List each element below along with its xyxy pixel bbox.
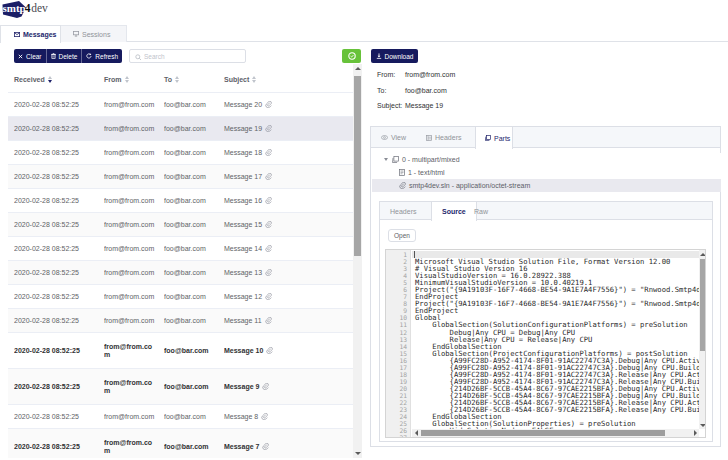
code-scroll-up-arrow-icon[interactable]	[699, 250, 706, 258]
cell-received: 2020-02-28 08:52:25	[14, 189, 102, 212]
clear-button[interactable]: Clear	[14, 49, 46, 63]
column-header-subject[interactable]: Subject	[224, 66, 350, 93]
messages-table-header: Received From To Subject	[8, 66, 353, 93]
parts-tree: 0 - multipart/mixed1 - text/htmlsmtp4dev…	[372, 153, 721, 192]
message-row[interactable]: 2020-02-28 08:52:25from@from.comfoo@bar.…	[8, 213, 353, 237]
x-icon	[18, 54, 23, 59]
paperclip-icon	[262, 383, 269, 390]
message-row[interactable]: 2020-02-28 08:52:25from@from.comfoo@bar.…	[8, 429, 353, 458]
paperclip-icon	[265, 269, 272, 276]
main-tabbar: Messages Sessions	[0, 25, 728, 42]
open-button[interactable]: Open	[388, 229, 416, 242]
code-area[interactable]: Microsoft Visual Studio Solution File, F…	[412, 250, 699, 430]
message-view-card: View Headers Parts 0 - multipart/mixed1 …	[370, 126, 721, 447]
tab-part-raw[interactable]: Raw	[464, 202, 498, 220]
message-row[interactable]: 2020-02-28 08:52:25from@from.comfoo@bar.…	[8, 165, 353, 189]
message-row[interactable]: 2020-02-28 08:52:25from@from.comfoo@bar.…	[8, 369, 353, 405]
search-box	[129, 49, 246, 63]
message-row[interactable]: 2020-02-28 08:52:25from@from.comfoo@bar.…	[8, 261, 353, 285]
message-row[interactable]: 2020-02-28 08:52:25from@from.comfoo@bar.…	[8, 333, 353, 369]
tab-part-source-label: Source	[442, 208, 466, 215]
tree-node-label: 1 - text/html	[408, 169, 445, 176]
message-row[interactable]: 2020-02-28 08:52:25from@from.comfoo@bar.…	[8, 405, 353, 429]
cell-to: foo@bar.com	[164, 141, 222, 164]
code-vscrollbar-thumb[interactable]	[700, 259, 706, 351]
sort-icon-to	[175, 76, 179, 83]
code-scroll-right-arrow-icon[interactable]	[691, 429, 699, 437]
tab-messages[interactable]: Messages	[0, 25, 61, 43]
tab-parts-label: Parts	[494, 135, 510, 142]
search-input[interactable]	[144, 50, 242, 62]
message-row[interactable]: 2020-02-28 08:52:25from@from.comfoo@bar.…	[8, 117, 353, 141]
code-vertical-scrollbar[interactable]	[699, 250, 706, 429]
message-row[interactable]: 2020-02-28 08:52:25from@from.comfoo@bar.…	[8, 141, 353, 165]
clear-button-label: Clear	[26, 53, 42, 60]
message-row[interactable]: 2020-02-28 08:52:25from@from.comfoo@bar.…	[8, 309, 353, 333]
cell-subject: Message 15	[224, 213, 350, 236]
smtp4dev-app: smtp 4 dev Messages Sessions	[0, 0, 728, 460]
scroll-down-arrow-icon[interactable]	[353, 449, 362, 458]
cell-from: from@from.com	[104, 429, 160, 458]
tab-part-headers-label: Headers	[390, 208, 416, 215]
tree-node[interactable]: 1 - text/html	[372, 166, 721, 179]
app-logo[interactable]: smtp 4 dev	[0, 0, 60, 26]
tab-part-headers[interactable]: Headers	[380, 202, 426, 220]
tab-sessions-label: Sessions	[82, 31, 110, 38]
from-label: From:	[377, 71, 405, 78]
message-row[interactable]: 2020-02-28 08:52:25from@from.comfoo@bar.…	[8, 189, 353, 213]
cell-from: from@from.com	[104, 285, 160, 308]
top-navbar: smtp 4 dev	[0, 0, 728, 25]
column-header-received[interactable]: Received	[14, 66, 102, 93]
cell-to: foo@bar.com	[164, 285, 222, 308]
cell-subject: Message 20	[224, 93, 350, 116]
column-header-to[interactable]: To	[164, 66, 222, 93]
cell-subject: Message 7	[224, 429, 350, 458]
cell-from: from@from.com	[104, 261, 160, 284]
scroll-up-arrow-icon[interactable]	[353, 64, 362, 73]
line-number-gutter: 1234567891011121314151617181920212223242…	[386, 250, 411, 437]
code-scroll-down-arrow-icon[interactable]	[699, 421, 706, 429]
messages-table-scrollbar[interactable]	[353, 64, 362, 458]
refresh-button[interactable]: Refresh	[81, 49, 122, 63]
paperclip-icon	[265, 173, 272, 180]
cell-to: foo@bar.com	[164, 405, 222, 428]
part-detail-tabbar: Headers Source Raw	[380, 202, 712, 220]
tab-messages-label: Messages	[23, 31, 56, 38]
caret-down-icon[interactable]	[384, 158, 388, 161]
tab-parts[interactable]: Parts	[475, 127, 513, 149]
code-scroll-left-arrow-icon[interactable]	[412, 429, 420, 437]
tab-view[interactable]: View	[371, 127, 406, 148]
cell-received: 2020-02-28 08:52:25	[14, 261, 102, 284]
cell-subject: Message 19	[224, 117, 350, 140]
cell-from: from@from.com	[104, 213, 160, 236]
tab-headers[interactable]: Headers	[416, 127, 461, 148]
code-horizontal-scrollbar[interactable]	[412, 429, 699, 437]
refresh-icon	[86, 53, 92, 59]
messages-table-scrollbar-thumb[interactable]	[354, 76, 361, 256]
cell-to: foo@bar.com	[164, 117, 222, 140]
tab-view-label: View	[391, 134, 406, 141]
download-button[interactable]: Download	[371, 49, 418, 63]
cell-subject: Message 11	[224, 309, 350, 332]
delete-button[interactable]: Delete	[46, 49, 82, 63]
cell-received: 2020-02-28 08:52:25	[14, 309, 102, 332]
subject-value: Message 19	[405, 102, 443, 109]
cell-received: 2020-02-28 08:52:25	[14, 141, 102, 164]
check-circle-icon	[348, 52, 356, 60]
collection-icon	[485, 135, 491, 141]
to-value: foo@bar.com	[405, 87, 447, 94]
column-header-from[interactable]: From	[104, 66, 160, 93]
tree-node[interactable]: 0 - multipart/mixed	[372, 153, 721, 166]
paperclip-icon	[265, 101, 272, 108]
tree-node[interactable]: smtp4dev.sln - application/octet-stream	[372, 179, 721, 192]
relay-enabled-button[interactable]	[342, 49, 361, 63]
message-row[interactable]: 2020-02-28 08:52:25from@from.comfoo@bar.…	[8, 285, 353, 309]
message-row[interactable]: 2020-02-28 08:52:25from@from.comfoo@bar.…	[8, 237, 353, 261]
paperclip-icon	[265, 293, 272, 300]
tab-sessions[interactable]: Sessions	[61, 25, 127, 42]
code-hscrollbar-thumb[interactable]	[421, 430, 665, 436]
cell-from: from@from.com	[104, 369, 160, 404]
message-row[interactable]: 2020-02-28 08:52:25from@from.comfoo@bar.…	[8, 93, 353, 117]
sort-icon-subject	[252, 76, 256, 83]
cell-received: 2020-02-28 08:52:25	[14, 237, 102, 260]
